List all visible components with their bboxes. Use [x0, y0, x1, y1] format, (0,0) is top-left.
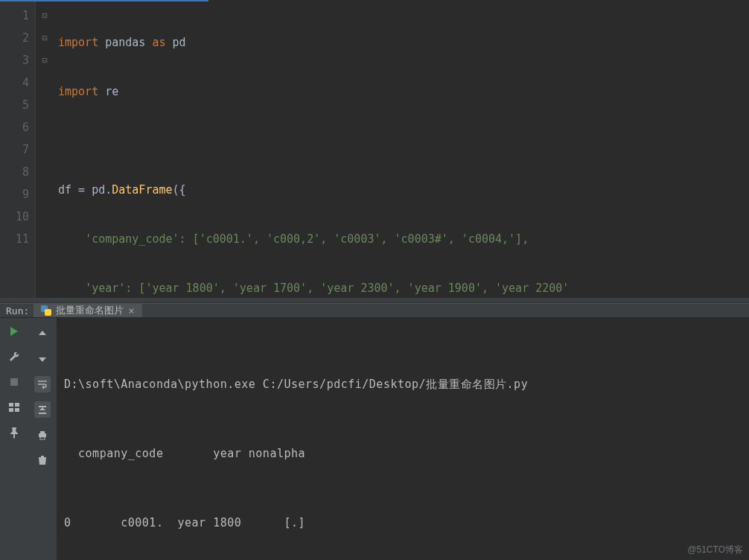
line-number[interactable]: 1 — [0, 4, 29, 27]
svg-rect-1 — [9, 403, 13, 407]
line-number[interactable]: 7 — [0, 139, 29, 161]
soft-wrap-icon[interactable] — [34, 376, 51, 392]
line-number[interactable]: 6 — [0, 116, 29, 139]
line-number[interactable]: 9 — [0, 183, 29, 206]
svg-rect-5 — [39, 433, 46, 437]
run-config-tab[interactable]: 批量重命名图片 × — [34, 304, 141, 317]
run-tab-title: 批量重命名图片 — [56, 304, 124, 317]
trash-icon[interactable] — [34, 452, 51, 468]
svg-rect-4 — [15, 408, 19, 412]
svg-rect-3 — [9, 408, 13, 412]
line-number[interactable]: 11 — [0, 228, 29, 250]
fold-toggle-icon[interactable]: ⊟ — [36, 4, 54, 27]
scroll-up-icon[interactable] — [34, 325, 51, 342]
watermark-text: @51CTO博客 — [687, 544, 743, 556]
run-header: Run: 批量重命名图片 × — [0, 303, 749, 318]
console-line: 0 c0001. year 1800 [.] — [64, 512, 749, 535]
run-tool-window: Run: 批量重命名图片 × D:\soft\Anaconda\python.e… — [0, 303, 749, 560]
run-actions-column — [0, 318, 28, 560]
line-number[interactable]: 5 — [0, 94, 29, 116]
code-editor: 1 2 3 4 5 6 7 8 9 10 11 ⊟ ⊟ ⊟ import pan… — [0, 0, 749, 298]
svg-rect-2 — [15, 403, 19, 407]
svg-rect-0 — [10, 378, 18, 386]
console-line: D:\soft\Anaconda\python.exe C:/Users/pdc… — [64, 373, 749, 396]
close-tab-icon[interactable]: × — [128, 305, 134, 316]
console-actions-column — [28, 318, 57, 560]
line-number[interactable]: 2 — [0, 27, 29, 49]
console-line: company_code year nonalpha — [64, 442, 749, 465]
line-number[interactable]: 10 — [0, 206, 29, 228]
fold-toggle-icon[interactable]: ⊟ — [36, 27, 54, 49]
settings-wrench-icon[interactable] — [8, 351, 20, 363]
scroll-to-end-icon[interactable] — [34, 401, 51, 418]
pin-icon[interactable] — [8, 427, 20, 439]
console-output[interactable]: D:\soft\Anaconda\python.exe C:/Users/pdc… — [57, 318, 749, 560]
panel-divider[interactable] — [0, 298, 749, 303]
layout-icon[interactable] — [8, 401, 20, 413]
print-icon[interactable] — [34, 427, 51, 443]
line-number[interactable]: 8 — [0, 161, 29, 183]
fold-toggle-icon[interactable]: ⊟ — [36, 49, 54, 71]
line-number[interactable]: 4 — [0, 71, 29, 94]
rerun-icon[interactable] — [8, 325, 20, 337]
scroll-down-icon[interactable] — [34, 351, 51, 367]
python-file-icon — [41, 305, 51, 316]
line-number[interactable]: 3 — [0, 49, 29, 71]
svg-rect-7 — [40, 437, 45, 439]
run-label: Run: — [6, 305, 29, 316]
code-area[interactable]: import pandas as pd import re df = pd.Da… — [54, 0, 749, 298]
stop-icon[interactable] — [8, 376, 20, 388]
svg-rect-6 — [40, 431, 45, 433]
line-number-gutter: 1 2 3 4 5 6 7 8 9 10 11 — [0, 0, 36, 298]
fold-column: ⊟ ⊟ ⊟ — [36, 0, 54, 298]
